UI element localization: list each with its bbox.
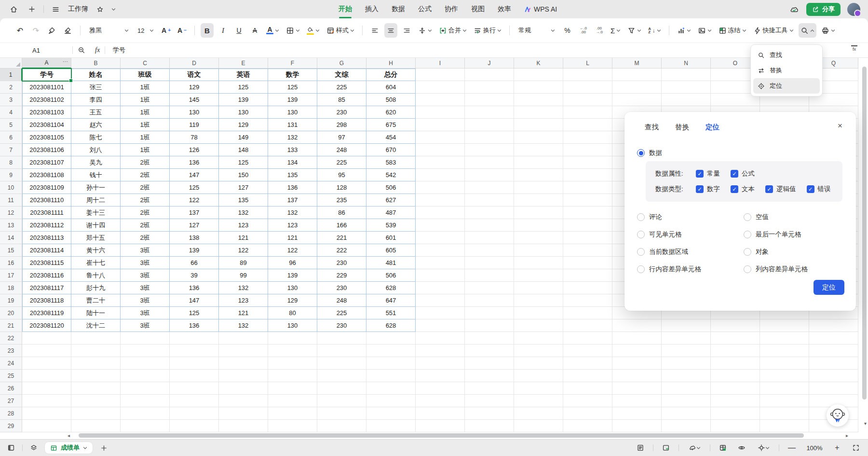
tab-data[interactable]: 数据	[392, 5, 405, 14]
cell-N28[interactable]	[662, 407, 711, 420]
cell-G10[interactable]: 128	[317, 181, 366, 194]
cell-B18[interactable]: 彭十九	[71, 282, 121, 294]
cell-B1[interactable]: 姓名	[71, 69, 121, 81]
cell-L8[interactable]	[563, 156, 612, 169]
cell-P29[interactable]	[760, 420, 809, 432]
cell-B22[interactable]	[71, 332, 121, 345]
row-header-2[interactable]: 2	[0, 81, 22, 94]
cell-L26[interactable]	[563, 382, 612, 395]
scroll-right-icon[interactable]: ▸	[846, 432, 848, 439]
cell-G26[interactable]	[317, 382, 366, 395]
cell-D11[interactable]: 122	[170, 194, 219, 207]
cell-G14[interactable]: 221	[317, 232, 366, 244]
cell-D19[interactable]: 147	[170, 294, 219, 307]
row-header-14[interactable]: 14	[0, 232, 22, 244]
cell-D18[interactable]: 136	[170, 282, 219, 294]
sort-button[interactable]: AZ↓	[646, 23, 663, 38]
cell-J23[interactable]	[465, 345, 514, 357]
cell-C5[interactable]: 1班	[121, 119, 170, 131]
cell-A21[interactable]: 2023081120	[22, 319, 71, 332]
cell-J2[interactable]	[465, 81, 514, 94]
cell-G9[interactable]: 95	[317, 169, 366, 181]
insert-image-button[interactable]	[696, 23, 714, 38]
cell-L9[interactable]	[563, 169, 612, 181]
cell-J1[interactable]	[465, 69, 514, 81]
row-header-15[interactable]: 15	[0, 244, 22, 257]
cell-I12[interactable]	[416, 207, 465, 219]
cell-B8[interactable]: 吴九	[71, 156, 121, 169]
cell-G24[interactable]	[317, 357, 366, 370]
column-header-D[interactable]: D	[170, 58, 219, 69]
increase-font-button[interactable]: A+	[160, 23, 173, 38]
cell-K6[interactable]	[514, 131, 563, 144]
checkbox-text[interactable]: 文本	[731, 185, 755, 193]
row-header-18[interactable]: 18	[0, 282, 22, 294]
cell-E5[interactable]: 129	[219, 119, 268, 131]
cell-G16[interactable]: 230	[317, 257, 366, 269]
tab-home[interactable]: 开始	[339, 5, 352, 14]
menu-item-goto[interactable]: 定位	[753, 78, 820, 94]
cell-N24[interactable]	[662, 357, 711, 370]
cell-E29[interactable]	[219, 420, 268, 432]
cell-G29[interactable]	[317, 420, 366, 432]
cell-I3[interactable]	[416, 94, 465, 106]
cell-I28[interactable]	[416, 407, 465, 420]
cell-E2[interactable]: 125	[219, 81, 268, 94]
cell-L20[interactable]	[563, 307, 612, 319]
cell-I14[interactable]	[416, 232, 465, 244]
new-tab-button[interactable]	[25, 3, 39, 15]
cell-I18[interactable]	[416, 282, 465, 294]
menu-item-replace[interactable]: 替换	[753, 63, 820, 78]
cell-J3[interactable]	[465, 94, 514, 106]
cell-E18[interactable]: 132	[219, 282, 268, 294]
radio-option-last-cell[interactable]: 最后一个单元格	[744, 226, 844, 243]
cell-D20[interactable]: 125	[170, 307, 219, 319]
cell-J13[interactable]	[465, 219, 514, 232]
cell-G2[interactable]: 225	[317, 81, 366, 94]
cell-D5[interactable]: 119	[170, 119, 219, 131]
cell-O21[interactable]	[711, 319, 760, 332]
cell-J24[interactable]	[465, 357, 514, 370]
cell-J7[interactable]	[465, 144, 514, 156]
row-header-27[interactable]: 27	[0, 395, 22, 407]
cell-H18[interactable]: 628	[366, 282, 416, 294]
cell-E3[interactable]: 139	[219, 94, 268, 106]
cell-B4[interactable]: 王五	[71, 106, 121, 119]
cell-H9[interactable]: 542	[366, 169, 416, 181]
cell-G3[interactable]: 85	[317, 94, 366, 106]
cell-A9[interactable]: 2023081108	[22, 169, 71, 181]
cell-F15[interactable]: 122	[268, 244, 317, 257]
cell-D16[interactable]: 66	[170, 257, 219, 269]
cell-O27[interactable]	[711, 395, 760, 407]
cell-P25[interactable]	[760, 370, 809, 382]
row-header-8[interactable]: 8	[0, 156, 22, 169]
tab-collaborate[interactable]: 协作	[445, 5, 458, 14]
cell-H24[interactable]	[366, 357, 416, 370]
cell-C1[interactable]: 班级	[121, 69, 170, 81]
cell-E7[interactable]: 148	[219, 144, 268, 156]
cell-I10[interactable]	[416, 181, 465, 194]
cell-K25[interactable]	[514, 370, 563, 382]
cell-J29[interactable]	[465, 420, 514, 432]
cell-G25[interactable]	[317, 370, 366, 382]
sheet-list-button[interactable]	[27, 442, 40, 454]
cell-D23[interactable]	[170, 345, 219, 357]
cell-I6[interactable]	[416, 131, 465, 144]
cell-F4[interactable]: 130	[268, 106, 317, 119]
cell-E6[interactable]: 149	[219, 131, 268, 144]
cell-B6[interactable]: 陈七	[71, 131, 121, 144]
row-header-29[interactable]: 29	[0, 420, 22, 432]
cell-H13[interactable]: 539	[366, 219, 416, 232]
radio-option-comments[interactable]: 评论	[637, 208, 744, 226]
cell-C14[interactable]: 2班	[121, 232, 170, 244]
cell-O24[interactable]	[711, 357, 760, 370]
cell-I9[interactable]	[416, 169, 465, 181]
cell-P23[interactable]	[760, 345, 809, 357]
cell-C21[interactable]: 3班	[121, 319, 170, 332]
cell-B5[interactable]: 赵六	[71, 119, 121, 131]
cell-G11[interactable]: 235	[317, 194, 366, 207]
cell-A17[interactable]: 2023081116	[22, 269, 71, 282]
cell-H28[interactable]	[366, 407, 416, 420]
borders-button[interactable]	[284, 23, 302, 38]
cell-G20[interactable]: 225	[317, 307, 366, 319]
